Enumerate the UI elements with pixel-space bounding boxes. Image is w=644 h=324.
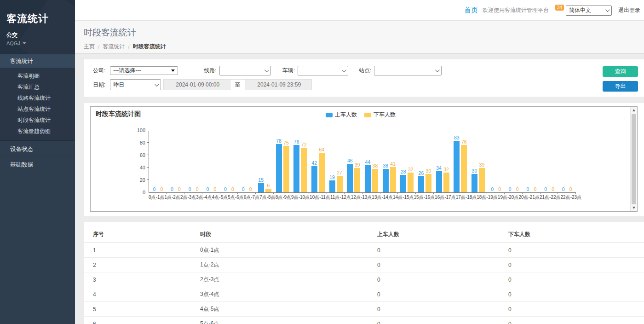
company-select[interactable]: ---请选择--- <box>110 66 178 75</box>
bar-column: 83 <box>454 131 460 192</box>
bar-value-label: 78 <box>276 139 282 144</box>
sidebar-item-passenger-detail[interactable]: 客流明细 <box>0 70 75 81</box>
bar-value-label: 39 <box>355 162 360 168</box>
bar-column: 0 <box>507 131 513 192</box>
bar-value-label: 0 <box>196 187 199 192</box>
bar-column: 78 <box>276 131 282 192</box>
date-range-group: 2024-01-09 00:00 至 2024-01-09 23:59 <box>163 79 312 90</box>
bar-value-label: 15 <box>259 178 264 183</box>
app-logo: 客流统计 <box>6 12 69 26</box>
bar-column: 0 <box>525 131 531 192</box>
bar-value-label: 19 <box>329 175 335 180</box>
bar-column: 39 <box>479 131 485 192</box>
bar-value-label: 0 <box>231 187 234 192</box>
date-end-input[interactable]: 2024-01-09 23:59 <box>245 79 312 90</box>
table-cell: 2 <box>84 258 191 272</box>
y-axis-tick-label: 100 <box>132 127 145 133</box>
x-axis-label: 16点-17点 <box>435 194 456 201</box>
vehicle-select[interactable] <box>298 66 348 75</box>
x-axis-label: 8点-9点 <box>276 194 291 201</box>
bar-column: 0 <box>177 131 183 192</box>
scrollbar-thumb[interactable] <box>632 114 636 204</box>
bar-value-label: 34 <box>436 166 442 171</box>
station-select[interactable] <box>374 66 442 75</box>
bar-group: 00 <box>505 131 523 192</box>
notification-badge[interactable]: 34 <box>555 5 564 11</box>
bar-value-label: 72 <box>301 142 307 147</box>
x-axis-label: 3点-4点 <box>196 194 212 201</box>
bar-column: 28 <box>400 131 406 192</box>
x-axis-label: 22点-23点 <box>561 194 582 201</box>
triangle-down-icon <box>171 69 175 72</box>
table-cell: 5 <box>84 302 191 317</box>
bar-value-label: 46 <box>347 158 353 163</box>
breadcrumb-current: 时段客流统计 <box>133 43 166 51</box>
bar-column: 0 <box>497 131 503 192</box>
bar-column: 0 <box>223 131 229 192</box>
breadcrumb-section[interactable]: 客流统计 <box>103 43 125 51</box>
sidebar-item-trend-chart[interactable]: 客流量趋势图 <box>0 126 75 137</box>
export-button[interactable]: 导出 <box>603 81 638 92</box>
x-axis-label: 2点-3点 <box>180 194 196 201</box>
y-axis-tick <box>147 130 149 130</box>
x-axis-label: 4点-5点 <box>212 194 228 201</box>
caret-down-icon <box>23 42 26 44</box>
bar-value-label: 6 <box>267 183 270 188</box>
x-axis-label: 19点-20点 <box>498 194 519 201</box>
bar-value-label: 0 <box>527 187 529 192</box>
legend-swatch-boarding <box>326 113 333 117</box>
bar-group: 7672 <box>291 131 309 192</box>
table-header-cell: 下车人数 <box>499 227 644 243</box>
org-code-dropdown[interactable]: AQGJ <box>6 40 69 46</box>
bar-value-label: 41 <box>390 162 396 167</box>
x-axis-label: 9点-10点 <box>291 194 310 201</box>
topbar: 首页 欢迎使用客流统计管理平台 34 简体中文 退出登录 <box>75 0 644 21</box>
sidebar-item-passenger-summary[interactable]: 客流汇总 <box>0 81 75 93</box>
bar-column: 0 <box>230 131 236 192</box>
company-select-value: ---请选择--- <box>113 67 141 75</box>
bar-column: 0 <box>205 131 211 192</box>
sidebar-item-station-stats[interactable]: 站点客流统计 <box>0 104 75 115</box>
breadcrumb-home[interactable]: 主页 <box>84 43 95 51</box>
date-start-input[interactable]: 2024-01-09 00:00 <box>163 79 230 90</box>
table-cell: 0 <box>499 258 644 272</box>
home-link[interactable]: 首页 <box>464 6 478 15</box>
bar-value-label: 0 <box>569 187 572 192</box>
language-select[interactable]: 简体中文 <box>566 6 612 16</box>
bar-column: 32 <box>443 131 449 192</box>
legend-item-boarding: 上车人数 <box>326 111 357 119</box>
bar-group: 4639 <box>345 131 362 192</box>
org-name: 公交 <box>6 31 69 39</box>
org-code-label: AQGJ <box>6 40 20 46</box>
table-cell: 1 <box>84 243 191 258</box>
sidebar-item-line-stats[interactable]: 线路客流统计 <box>0 93 75 104</box>
bar <box>258 183 264 192</box>
query-button[interactable]: 查询 <box>603 66 638 77</box>
logout-link[interactable]: 退出登录 <box>618 6 640 14</box>
bar <box>265 189 271 192</box>
language-select-value: 简体中文 <box>569 6 591 14</box>
table-cell: 0 <box>368 243 499 258</box>
station-label: 站点: <box>359 67 371 75</box>
sidebar-item-device-status[interactable]: 设备状态 <box>0 142 75 156</box>
sidebar-item-base-data[interactable]: 基础数据 <box>0 157 75 172</box>
bar <box>443 173 449 192</box>
table-cell: 6 <box>84 317 191 324</box>
bar-column: 38 <box>372 131 378 192</box>
bar-column: 72 <box>301 131 307 192</box>
sidebar-item-period-stats[interactable]: 时段客流统计 <box>0 115 75 126</box>
bar-group: 4438 <box>362 131 380 192</box>
company-label: 公司: <box>93 67 105 75</box>
bar-column: 32 <box>408 131 414 192</box>
bar-value-label: 0 <box>516 187 519 192</box>
scroll-down-arrow-icon[interactable] <box>631 205 637 211</box>
table-cell: 5点-6点 <box>191 317 368 324</box>
line-select[interactable] <box>219 66 271 75</box>
scroll-up-arrow-icon[interactable] <box>631 107 637 113</box>
date-preset-select[interactable]: 昨日 <box>110 79 161 90</box>
sidebar-item-passenger-stats[interactable]: 客流统计 <box>0 54 75 68</box>
x-axis-label: 10点-11点 <box>310 194 330 201</box>
date-to-label: 至 <box>230 79 245 90</box>
bar-value-label: 0 <box>224 187 227 192</box>
bar <box>383 169 389 192</box>
